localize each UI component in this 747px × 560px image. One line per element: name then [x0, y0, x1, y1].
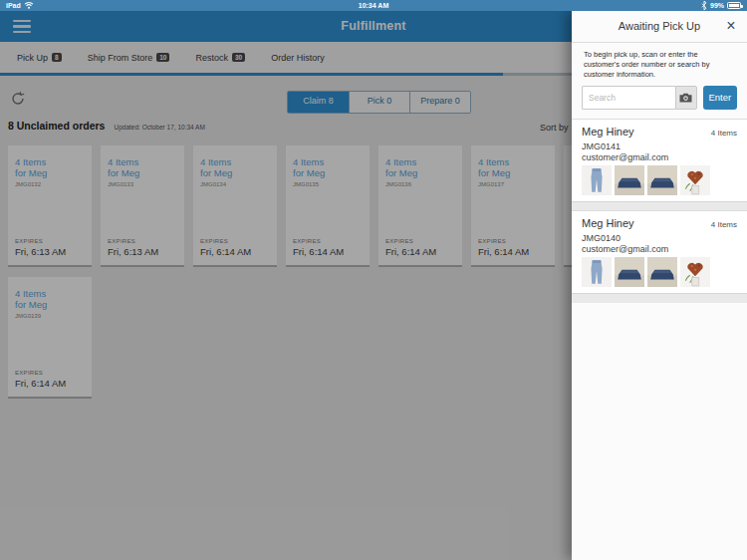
order-number: JMG0140	[582, 233, 737, 243]
battery-icon	[727, 2, 741, 9]
awaiting-pickup-panel: Awaiting Pick Up × To begin pick up, sca…	[572, 10, 747, 560]
product-thumbnail-flower-heart-art	[680, 257, 710, 287]
pickup-instructions: To begin pick up, scan or enter the cust…	[572, 43, 747, 84]
camera-scan-button[interactable]	[675, 86, 697, 110]
product-thumbnail-jeans	[582, 257, 612, 287]
product-thumbnail-flower-heart-art	[680, 165, 710, 195]
camera-icon	[679, 89, 692, 107]
panel-header: Awaiting Pick Up ×	[572, 10, 747, 43]
enter-button[interactable]: Enter	[703, 86, 737, 110]
customer-card[interactable]: Meg Hiney 4 Items JMG0141 customer@gmail…	[572, 119, 747, 202]
status-bar: iPad 10:34 AM 99%	[0, 0, 747, 11]
product-thumbnail-pet-bed	[647, 257, 677, 287]
product-thumbnail-pet-bed	[615, 165, 644, 195]
search-input[interactable]	[582, 86, 675, 110]
product-thumbnail-pet-bed	[615, 257, 644, 287]
items-count: 4 Items	[711, 220, 737, 229]
customer-card[interactable]: Meg Hiney 4 Items JMG0140 customer@gmail…	[572, 210, 747, 294]
awaiting-customers-list: Meg Hiney 4 Items JMG0141 customer@gmail…	[572, 119, 747, 303]
ipad-screen: iPad 10:34 AM 99% Fulfillment Pick Up 8 …	[0, 0, 747, 560]
items-count: 4 Items	[711, 129, 737, 138]
order-number: JMG0141	[582, 141, 737, 151]
close-icon[interactable]: ×	[719, 10, 743, 43]
status-time: 10:34 AM	[0, 2, 747, 9]
customer-name: Meg Hiney	[582, 217, 634, 229]
product-thumbnail-jeans	[582, 165, 612, 195]
customer-email: customer@gmail.com	[582, 244, 737, 254]
customer-name: Meg Hiney	[582, 126, 634, 138]
customer-email: customer@gmail.com	[582, 152, 737, 162]
product-thumbnail-pet-bed	[647, 165, 677, 195]
search-row: Enter	[582, 86, 737, 110]
